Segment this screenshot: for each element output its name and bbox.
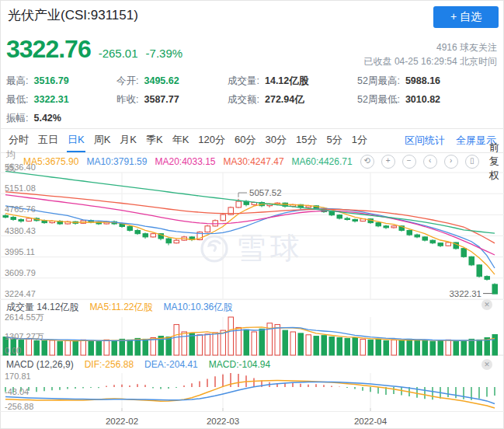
volume-bar: [322, 336, 327, 355]
volume-bar: [461, 340, 467, 355]
tab-5day[interactable]: 五日: [37, 129, 59, 152]
candle-body: [151, 234, 156, 237]
candle-body: [422, 237, 428, 240]
candle-body: [3, 215, 9, 217]
volume-bar: [368, 340, 374, 355]
candle-body: [376, 223, 381, 226]
volume-bar: [415, 340, 420, 355]
price-change-pct: -7.39%: [146, 47, 183, 60]
volume-axis-label: 2614.55万: [5, 312, 44, 322]
ma60-value: MA60:4426.71: [292, 156, 353, 167]
volume-bar: [353, 338, 358, 356]
macd-axis-label: -256.88: [5, 402, 33, 411]
volume-bar: [65, 340, 71, 355]
x-axis-label: 2022-02: [106, 417, 138, 426]
volume-bar: [244, 330, 249, 355]
volume-bar: [151, 338, 156, 356]
volume-bar: [197, 335, 203, 355]
candle-body: [221, 214, 226, 221]
market-status: 已收盘 04-25 16:29:54 北京时间: [364, 54, 497, 68]
tab-1min[interactable]: 1分: [351, 129, 368, 152]
volume-bar: [314, 337, 319, 355]
volume-bar: [259, 329, 265, 355]
volume-axis-label: 0.00: [5, 346, 21, 355]
candle-body: [337, 215, 342, 218]
ma-legend-prefix: 均线: [6, 148, 16, 175]
volume-bar: [89, 340, 94, 355]
volume-bar: [306, 335, 311, 355]
x-axis-label: 2022-03: [207, 417, 239, 426]
zoom-in-icon[interactable]: +: [381, 155, 395, 169]
volume-bar: [391, 340, 397, 355]
period-tabs: 分时 五日 日K 周K 月K 季K 年K 120分 60分 30分 15分 5分…: [0, 128, 504, 153]
candle-body: [174, 240, 179, 243]
market-info: 4916 球友关注 已收盘 04-25 16:29:54 北京时间: [364, 40, 497, 68]
screenshot-icon[interactable]: ▯: [465, 155, 479, 169]
tab-60min[interactable]: 60分: [234, 129, 256, 152]
volume-bar: [345, 338, 350, 355]
stock-quote-window: 雪球 5536.405151.084765.764380.433995.1136…: [0, 0, 504, 429]
price-axis-label: 3995.11: [5, 247, 35, 256]
candle-body: [205, 226, 210, 232]
volume-bar: [143, 339, 148, 355]
zoom-out-icon[interactable]: −: [402, 155, 416, 169]
volume-axis-label: 1307.27万: [5, 332, 44, 341]
pan-right-icon[interactable]: ›: [444, 155, 458, 169]
volume-bar: [104, 340, 109, 355]
macd-dif-line: [5, 381, 495, 408]
candle-body: [127, 227, 133, 231]
quote-block: 3322.76 -265.01 -7.39%: [6, 35, 182, 64]
macd-pane-header: MACD (12,26,9) DIF:-256.88 DEA:-204.41 M…: [6, 358, 270, 371]
candle-body: [415, 235, 420, 237]
ma20-value: MA20:4033.15: [155, 156, 215, 167]
undo-icon[interactable]: ⟲: [360, 155, 374, 169]
price-axis-label: 5151.08: [5, 183, 36, 193]
price-axis-label: 4765.76: [5, 204, 36, 214]
volume-ma5: MA5:11.22亿股: [89, 301, 152, 314]
volume-bar: [454, 341, 459, 355]
price-change: -265.01: [99, 47, 138, 60]
stats-column-4: 52周最高:5988.16 52周最低:3010.82: [357, 72, 440, 109]
stat-amplitude: 振幅:5.42%: [6, 109, 69, 127]
macd-axis-label: 170.81: [5, 371, 31, 381]
candle-body: [236, 201, 242, 208]
macd-axis-label: -43.04: [5, 387, 29, 396]
pan-left-icon[interactable]: ‹: [423, 155, 437, 169]
macd-dea: DEA:-204.41: [144, 359, 198, 370]
stat-turnover: 成交额:272.94亿: [228, 90, 308, 109]
stat-low: 最低:3322.31: [6, 90, 69, 109]
volume-bar: [127, 340, 133, 355]
price-axis-label: 4380.43: [5, 226, 36, 235]
candle-body: [384, 226, 389, 228]
tab-quarterly-k[interactable]: 季K: [145, 129, 164, 152]
volume-bar: [182, 332, 187, 355]
volume-bar: [228, 317, 234, 355]
add-watchlist-button[interactable]: + 自选: [433, 6, 499, 28]
volume-bar: [290, 332, 296, 355]
close-volume-pane-icon[interactable]: ✕: [481, 299, 492, 310]
tab-120min[interactable]: 120分: [197, 129, 226, 152]
range-stats-link[interactable]: 区间统计: [405, 134, 445, 148]
adjust-mode-selector[interactable]: 前复权: [489, 141, 499, 183]
tab-daily-k[interactable]: 日K: [67, 129, 85, 152]
tab-weekly-k[interactable]: 周K: [93, 129, 112, 152]
tab-15min[interactable]: 15分: [295, 129, 318, 152]
x-axis-label: 2022-04: [354, 417, 388, 426]
volume-bar: [469, 339, 474, 355]
volume-bar: [360, 339, 366, 355]
tab-5min[interactable]: 5分: [325, 129, 342, 152]
candle-body: [446, 242, 451, 246]
ma5-value: MA5:3675.90: [23, 156, 78, 167]
volume-bar: [26, 338, 32, 355]
volume-bar: [135, 338, 141, 355]
tab-yearly-k[interactable]: 年K: [172, 129, 190, 152]
close-macd-pane-icon[interactable]: ✕: [481, 359, 492, 370]
volume-bar: [329, 337, 335, 355]
volume-pane-header: 成交量 14.12亿股 MA5:11.22亿股 MA10:10.36亿股: [6, 301, 232, 313]
tab-monthly-k[interactable]: 月K: [119, 129, 137, 152]
volume-ma10: MA10:10.36亿股: [164, 301, 233, 314]
tab-30min[interactable]: 30分: [265, 129, 287, 152]
price-axis-label: 3609.79: [5, 268, 36, 277]
candle-body: [166, 239, 172, 243]
macd-title: MACD (12,26,9): [6, 359, 74, 370]
